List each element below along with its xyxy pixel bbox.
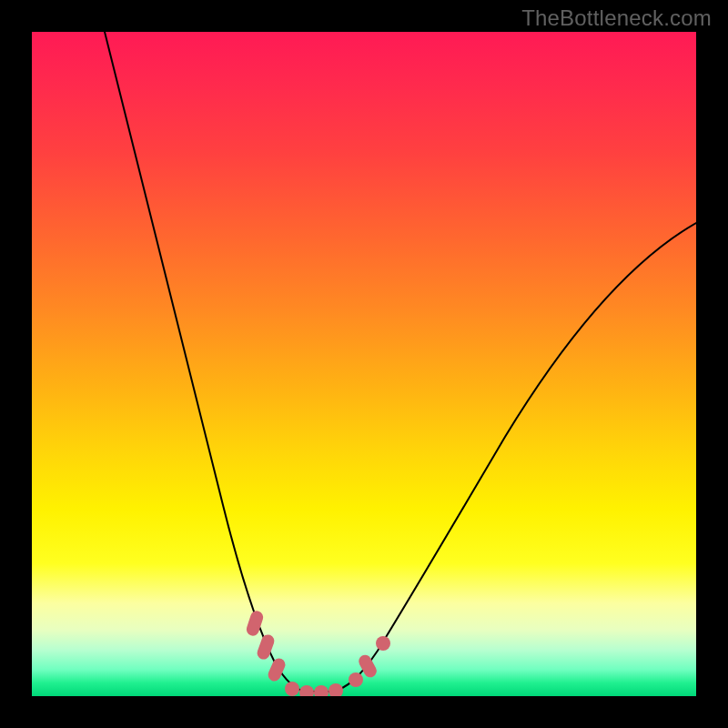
optimal-markers xyxy=(245,610,390,696)
svg-point-9 xyxy=(376,636,390,651)
plot-area xyxy=(32,32,696,696)
svg-point-3 xyxy=(285,682,299,696)
bottleneck-curve xyxy=(105,32,696,692)
svg-rect-2 xyxy=(266,656,287,682)
attribution-text: TheBottleneck.com xyxy=(521,5,712,31)
svg-point-5 xyxy=(314,685,329,696)
svg-point-7 xyxy=(349,672,363,687)
svg-point-6 xyxy=(329,683,343,696)
svg-point-4 xyxy=(299,685,314,696)
chart-svg xyxy=(32,32,696,696)
chart-frame: TheBottleneck.com xyxy=(0,0,728,728)
